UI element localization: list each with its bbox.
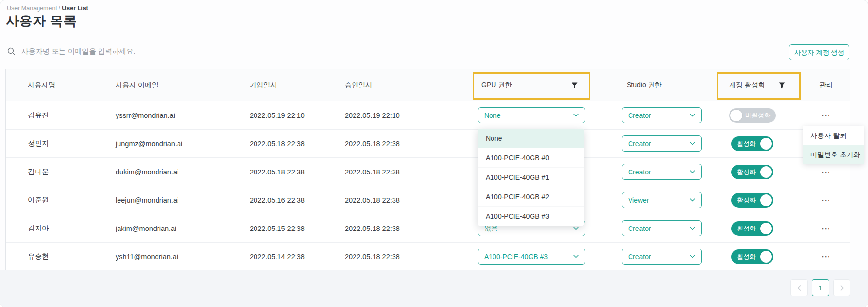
join-datetime: 2022.05.18 22:38 bbox=[250, 158, 305, 186]
table-row: 김다운 dukim@mondrian.ai 2022.05.18 22:38 2… bbox=[6, 158, 850, 186]
join-datetime: 2022.05.19 22:10 bbox=[250, 101, 305, 129]
column-header-gpu: GPU 권한 bbox=[481, 69, 512, 101]
column-header-name: 사용자명 bbox=[28, 69, 55, 101]
chevron-right-icon bbox=[840, 285, 844, 291]
column-header-studio: Studio 권한 bbox=[627, 69, 662, 101]
gpu-dropdown-option[interactable]: A100-PCIE-40GB #3 bbox=[478, 207, 584, 226]
chevron-down-icon bbox=[690, 170, 695, 173]
toggle-label: 활성화 bbox=[737, 224, 756, 233]
user-email: ysh11@mondrian.ai bbox=[116, 243, 178, 270]
table-row: 김유진 yssrr@mondrian.ai 2022.05.19 22:10 2… bbox=[6, 101, 850, 130]
gpu-dropdown-option[interactable]: None bbox=[478, 129, 584, 148]
pagination-prev-button[interactable] bbox=[790, 279, 808, 296]
user-name: 김유진 bbox=[28, 101, 49, 129]
active-filter-icon[interactable] bbox=[779, 69, 785, 101]
user-email: dukim@mondrian.ai bbox=[116, 158, 178, 186]
breadcrumb-separator: / bbox=[57, 5, 62, 12]
chevron-down-icon bbox=[690, 227, 695, 230]
table-row: 유승현 ysh11@mondrian.ai 2022.05.14 22:38 2… bbox=[6, 243, 850, 271]
table-row: 김지아 jakim@mondrian.ai 2022.05.15 22:38 2… bbox=[6, 214, 850, 243]
toggle-label: 활성화 bbox=[737, 252, 756, 261]
chevron-down-icon bbox=[573, 227, 579, 230]
account-active-toggle[interactable]: 활성화 bbox=[731, 193, 773, 208]
studio-permission-value: Creator bbox=[628, 112, 651, 119]
footer-strip bbox=[0, 270, 868, 307]
toggle-knob bbox=[730, 110, 742, 121]
gpu-permission-value: A100-PCIE-40GB #3 bbox=[484, 253, 548, 261]
row-more-actions-button[interactable]: ⋯ bbox=[811, 243, 841, 270]
account-active-toggle[interactable]: 활성화 bbox=[731, 136, 773, 151]
join-datetime: 2022.05.18 22:38 bbox=[250, 130, 305, 157]
menu-item-withdraw-user[interactable]: 사용자 탈퇴 bbox=[803, 126, 864, 145]
column-header-approved: 승인일시 bbox=[345, 69, 372, 101]
user-name: 이준원 bbox=[28, 186, 49, 214]
create-user-button[interactable]: 사용자 계정 생성 bbox=[789, 44, 849, 60]
toggle-knob bbox=[760, 138, 772, 150]
gpu-dropdown-option[interactable]: A100-PCIE-40GB #1 bbox=[478, 168, 584, 187]
studio-permission-select[interactable]: Creator bbox=[622, 249, 702, 265]
approve-datetime: 2022.05.18 22:38 bbox=[345, 158, 400, 186]
breadcrumb-parent[interactable]: User Management bbox=[7, 5, 57, 12]
toggle-knob bbox=[760, 223, 772, 234]
studio-permission-select[interactable]: Viewer bbox=[622, 192, 702, 208]
toggle-label: 비활성화 bbox=[745, 111, 770, 120]
user-email: yssrr@mondrian.ai bbox=[116, 101, 175, 129]
gpu-permission-select[interactable]: None bbox=[478, 107, 585, 123]
user-name: 김지아 bbox=[28, 214, 49, 242]
gpu-dropdown-option[interactable]: A100-PCIE-40GB #2 bbox=[478, 187, 584, 207]
column-header-joined: 가입일시 bbox=[250, 69, 277, 101]
column-header-email: 사용자 이메일 bbox=[116, 69, 158, 101]
pagination-next-button[interactable] bbox=[833, 279, 850, 296]
toggle-label: 활성화 bbox=[737, 139, 756, 148]
join-datetime: 2022.05.14 22:38 bbox=[250, 243, 305, 270]
studio-permission-value: Viewer bbox=[628, 196, 649, 204]
row-actions-menu: 사용자 탈퇴 비밀번호 초기화 bbox=[803, 126, 864, 164]
user-name: 정민지 bbox=[28, 130, 49, 157]
pagination-current-page[interactable]: 1 bbox=[812, 279, 829, 296]
studio-permission-select[interactable]: Creator bbox=[622, 220, 702, 236]
gpu-dropdown-panel: None A100-PCIE-40GB #0 A100-PCIE-40GB #1… bbox=[478, 129, 584, 226]
gpu-dropdown-option[interactable]: A100-PCIE-40GB #0 bbox=[478, 148, 584, 168]
studio-permission-value: Creator bbox=[628, 168, 651, 176]
user-name: 유승현 bbox=[28, 243, 49, 270]
gpu-filter-icon[interactable] bbox=[572, 69, 578, 101]
join-datetime: 2022.05.15 22:38 bbox=[250, 214, 305, 242]
gpu-permission-value: None bbox=[484, 112, 500, 119]
gpu-permission-select[interactable]: A100-PCIE-40GB #3 bbox=[478, 249, 585, 265]
approve-datetime: 2022.05.19 22:10 bbox=[345, 101, 400, 129]
studio-permission-value: Creator bbox=[628, 140, 651, 148]
studio-permission-select[interactable]: Creator bbox=[622, 107, 702, 123]
chevron-down-icon bbox=[690, 114, 695, 117]
account-active-toggle[interactable]: 활성화 bbox=[731, 165, 773, 179]
search-input[interactable] bbox=[20, 47, 215, 56]
approve-datetime: 2022.05.18 22:38 bbox=[345, 243, 400, 270]
approve-datetime: 2022.05.18 22:38 bbox=[345, 130, 400, 157]
account-active-toggle[interactable]: 활성화 bbox=[731, 249, 773, 264]
approve-datetime: 2022.05.18 22:38 bbox=[345, 214, 400, 242]
account-active-toggle[interactable]: 비활성화 bbox=[729, 108, 776, 123]
page-title: 사용자 목록 bbox=[6, 12, 77, 30]
user-table: 사용자명 사용자 이메일 가입일시 승인일시 GPU 권한 Studio 권한 … bbox=[5, 69, 850, 270]
account-active-toggle[interactable]: 활성화 bbox=[731, 221, 773, 236]
studio-permission-value: Creator bbox=[628, 253, 651, 261]
toggle-label: 활성화 bbox=[737, 168, 756, 176]
studio-permission-select[interactable]: Creator bbox=[622, 164, 702, 180]
menu-item-reset-password[interactable]: 비밀번호 초기화 bbox=[803, 145, 864, 164]
table-row: 이준원 leejun@mondrian.ai 2022.05.16 22:38 … bbox=[6, 186, 850, 214]
column-header-manage: 관리 bbox=[811, 69, 841, 101]
table-row: 정민지 jungmz@mondrian.ai 2022.05.18 22:38 … bbox=[6, 130, 850, 158]
chevron-down-icon bbox=[690, 198, 695, 202]
toggle-label: 활성화 bbox=[737, 196, 756, 205]
join-datetime: 2022.05.16 22:38 bbox=[250, 186, 305, 214]
row-more-actions-button[interactable]: ⋯ bbox=[811, 186, 841, 214]
row-more-actions-button[interactable]: ⋯ bbox=[811, 214, 841, 242]
user-email: jungmz@mondrian.ai bbox=[116, 130, 182, 157]
toggle-knob bbox=[760, 251, 772, 263]
approve-datetime: 2022.05.18 22:38 bbox=[345, 186, 400, 214]
user-management-page: User Management / User List 사용자 목록 사용자 계… bbox=[0, 0, 868, 307]
row-more-actions-button[interactable]: ⋯ bbox=[811, 101, 841, 129]
column-header-active: 계정 활성화 bbox=[729, 69, 765, 101]
chevron-left-icon bbox=[797, 285, 801, 291]
studio-permission-select[interactable]: Creator bbox=[622, 135, 702, 152]
studio-permission-value: Creator bbox=[628, 225, 651, 232]
